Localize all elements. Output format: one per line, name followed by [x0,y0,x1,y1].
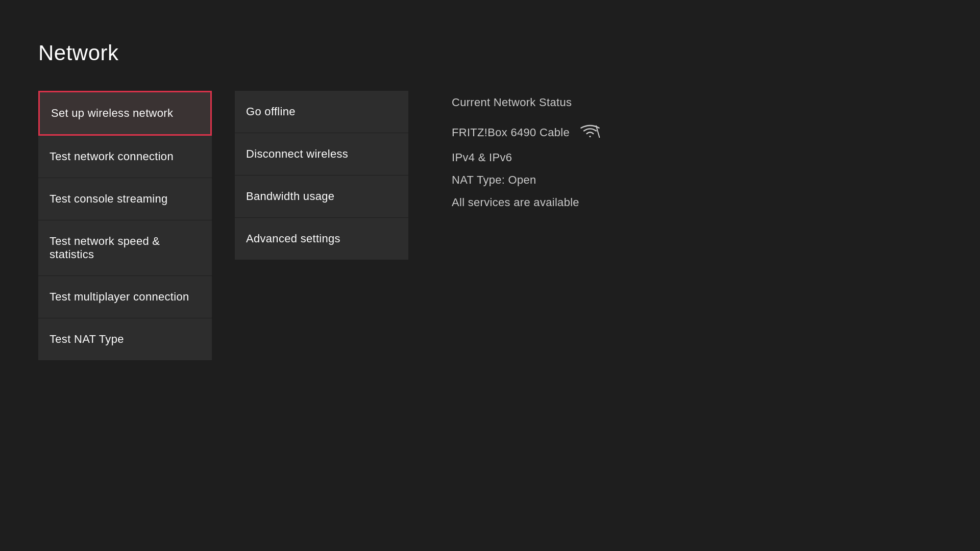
menu-item-test-nat-type[interactable]: Test NAT Type [38,318,212,361]
page-title: Network [38,41,942,65]
ip-type-row: IPv4 & IPv6 [452,151,600,164]
page-container: Network Set up wireless network Test net… [0,0,980,402]
services-status-text: All services are available [452,196,579,209]
wifi-icon [580,123,600,142]
status-panel: Current Network Status FRITZ!Box 6490 Ca… [452,91,600,218]
services-status-row: All services are available [452,196,600,209]
menu-item-advanced-settings[interactable]: Advanced settings [235,218,408,260]
wifi-signal-icon [580,123,600,140]
menu-item-test-multiplayer[interactable]: Test multiplayer connection [38,276,212,318]
menu-item-test-console-streaming[interactable]: Test console streaming [38,178,212,220]
middle-column: Go offline Disconnect wireless Bandwidth… [235,91,408,260]
menu-item-setup-wireless[interactable]: Set up wireless network [38,91,212,136]
menu-item-go-offline[interactable]: Go offline [235,91,408,133]
menu-item-bandwidth-usage[interactable]: Bandwidth usage [235,176,408,218]
menu-item-disconnect-wireless[interactable]: Disconnect wireless [235,133,408,176]
network-name-text: FRITZ!Box 6490 Cable [452,126,570,139]
menu-item-test-network-connection[interactable]: Test network connection [38,136,212,178]
ip-type-text: IPv4 & IPv6 [452,151,512,164]
left-column: Set up wireless network Test network con… [38,91,212,361]
network-name-row: FRITZ!Box 6490 Cable [452,123,600,142]
nat-type-row: NAT Type: Open [452,173,600,187]
menu-item-test-network-speed[interactable]: Test network speed & statistics [38,220,212,276]
columns-container: Set up wireless network Test network con… [38,91,942,361]
nat-type-text: NAT Type: Open [452,173,536,187]
status-panel-title: Current Network Status [452,96,600,109]
